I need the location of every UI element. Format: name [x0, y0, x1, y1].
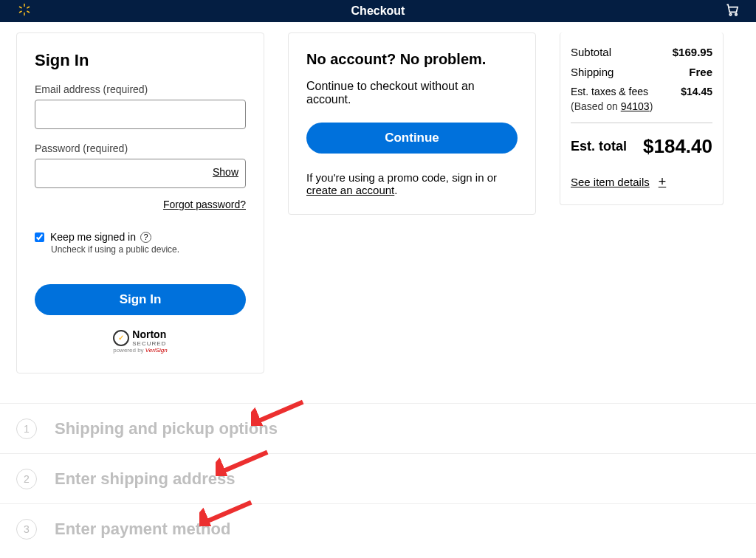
header-bar: Checkout	[0, 0, 756, 22]
tax-label: Est. taxes & fees	[571, 86, 648, 97]
forgot-password-link[interactable]: Forgot password?	[35, 199, 246, 210]
svg-rect-2	[27, 6, 30, 9]
keep-signed-in-note: Uncheck if using a public device.	[51, 244, 246, 255]
cart-icon[interactable]	[725, 2, 740, 21]
tax-value: $14.45	[681, 86, 712, 97]
show-password-button[interactable]: Show	[213, 166, 238, 178]
svg-point-6	[729, 13, 732, 15]
svg-rect-1	[24, 12, 25, 16]
step-shipping-options: 1 Shipping and pickup options	[0, 404, 756, 454]
signin-button[interactable]: Sign In	[35, 284, 246, 315]
total-label: Est. total	[571, 139, 627, 154]
walmart-logo-icon	[18, 3, 31, 20]
step-shipping-address: 2 Enter shipping address	[0, 454, 756, 504]
step-payment-method: 3 Enter payment method	[0, 504, 756, 554]
guest-card: No account? No problem. Continue to chec…	[288, 32, 536, 215]
svg-rect-4	[18, 6, 22, 9]
password-label: Password (required)	[35, 142, 246, 154]
order-summary: Subtotal$169.95 ShippingFree Est. taxes …	[560, 32, 724, 205]
keep-signed-in-checkbox[interactable]	[35, 232, 44, 242]
signin-heading: Sign In	[35, 51, 246, 70]
email-label: Email address (required)	[35, 83, 246, 95]
guest-heading: No account? No problem.	[306, 51, 518, 68]
footer: © 2018 Walmart Inc. Leave feedback	[0, 554, 756, 558]
svg-rect-0	[24, 3, 25, 7]
zip-link[interactable]: 94103	[621, 100, 650, 112]
continue-button[interactable]: Continue	[306, 123, 518, 154]
checkout-steps: 1 Shipping and pickup options 2 Enter sh…	[0, 403, 756, 554]
email-input[interactable]	[35, 100, 246, 129]
promo-text: If you're using a promo code, sign in or…	[306, 171, 518, 196]
help-icon[interactable]: ?	[140, 232, 151, 243]
see-item-details[interactable]: See item details +	[571, 174, 712, 190]
total-value: $184.40	[643, 135, 712, 158]
svg-point-7	[735, 13, 738, 15]
shipping-label: Shipping	[571, 66, 614, 78]
signin-card: Sign In Email address (required) Passwor…	[16, 32, 264, 373]
plus-icon: +	[659, 174, 667, 190]
shipping-value: Free	[689, 66, 712, 78]
create-account-link[interactable]: create an account	[306, 184, 394, 196]
svg-rect-5	[27, 10, 30, 13]
norton-badge: ✓ Norton SECURED powered by VeriSign	[35, 328, 246, 355]
page-title: Checkout	[351, 4, 405, 18]
subtotal-label: Subtotal	[571, 46, 611, 58]
keep-signed-in-label: Keep me signed in	[50, 231, 136, 243]
subtotal-value: $169.95	[673, 46, 712, 58]
guest-subtext: Continue to checkout without an account.	[306, 80, 518, 106]
tax-basis: (Based on 94103)	[571, 100, 712, 112]
norton-check-icon: ✓	[113, 330, 129, 346]
svg-rect-3	[18, 10, 22, 13]
